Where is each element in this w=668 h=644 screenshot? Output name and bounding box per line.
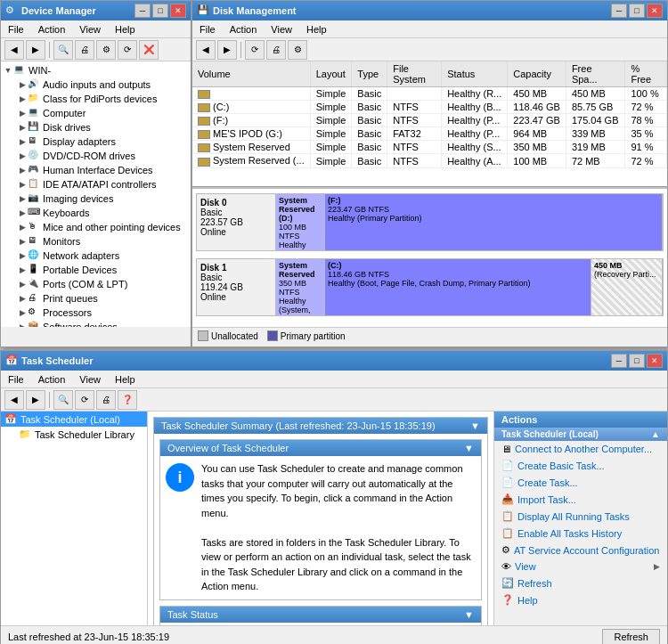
expand-icon[interactable]: ▶ — [17, 279, 28, 289]
expand-icon[interactable]: ▶ — [17, 293, 28, 304]
list-item[interactable]: ▶ 📁 Class for PdiPorts devices — [17, 92, 189, 106]
list-item[interactable]: ▶ 🔌 Ports (COM & LPT) — [17, 277, 189, 291]
ts-toolbar-fwd[interactable]: ▶ — [26, 390, 45, 410]
expand-icon[interactable]: ▶ — [17, 94, 28, 104]
ts-action-connect[interactable]: 🖥 Connect to Another Computer... — [494, 441, 667, 457]
list-item[interactable]: ▶ 🌐 Network adapters — [17, 249, 189, 263]
disk0-part-f[interactable]: (F:) 223.47 GB NTFS Healthy (Primary Par… — [325, 194, 663, 250]
expand-icon[interactable]: ▶ — [17, 208, 28, 218]
minimize-button[interactable]: ─ — [611, 4, 627, 18]
list-item[interactable]: ▶ 🎮 Human Interface Devices — [17, 163, 189, 177]
ts-connect-label[interactable]: Connect to Another Computer... — [515, 444, 652, 454]
col-capacity[interactable]: Capacity — [508, 61, 566, 87]
dm-toolbar-btn2[interactable]: ▶ — [26, 40, 45, 60]
expand-icon[interactable]: ▶ — [17, 222, 28, 232]
ts-action-at-service[interactable]: ⚙ AT Service Account Configuration — [494, 542, 667, 558]
expand-icon[interactable]: ▶ — [17, 307, 28, 318]
list-item[interactable]: ▶ 🖨 Print queues — [17, 291, 189, 306]
ts-enablehistory-label[interactable]: Enable All Tasks History — [517, 528, 622, 539]
ts-import-label[interactable]: Import Task... — [517, 494, 576, 505]
list-item[interactable]: ▶ 💻 Computer — [17, 106, 189, 120]
tree-expand-root[interactable]: ▼ — [3, 65, 13, 76]
ts-toolbar-btn1[interactable]: 🔍 — [53, 390, 73, 410]
disk0-part-sysreserved[interactable]: System Reserved (D:) 100 MB NTFS Healthy… — [276, 194, 325, 250]
table-row[interactable]: Simple Basic Healthy (R... 450 MB 450 MB… — [192, 87, 667, 101]
dkm-toolbar-fwd[interactable]: ▶ — [217, 40, 237, 60]
tree-root[interactable]: ▼ 💻 WIN- — [3, 63, 189, 77]
ts-refresh-button[interactable]: Refresh — [602, 629, 660, 644]
col-layout[interactable]: Layout — [310, 61, 352, 87]
list-item[interactable]: ▶ ⌨ Keyboards — [17, 206, 189, 220]
col-type[interactable]: Type — [352, 61, 387, 87]
dkm-toolbar-btn3[interactable]: ⚙ — [288, 40, 307, 60]
list-item[interactable]: ▶ 💿 DVD/CD-ROM drives — [17, 149, 189, 163]
expand-icon[interactable]: ▶ — [17, 151, 28, 161]
maximize-button[interactable]: □ — [152, 4, 168, 18]
dm-toolbar-btn4[interactable]: 🖨 — [75, 40, 94, 60]
col-fs[interactable]: File System — [387, 61, 442, 87]
expand-icon[interactable]: ▶ — [17, 136, 28, 147]
ts-create-label[interactable]: Create Task... — [517, 477, 578, 488]
col-volume[interactable]: Volume — [192, 61, 310, 87]
dm-toolbar-btn6[interactable]: ⟳ — [118, 40, 137, 60]
dm-toolbar-btn3[interactable]: 🔍 — [53, 40, 73, 60]
expand-icon[interactable]: ▶ — [17, 108, 28, 118]
ts-action-view[interactable]: 👁 View ▶ — [494, 558, 667, 575]
expand-icon[interactable]: ▶ — [17, 265, 28, 275]
list-item[interactable]: ▶ 📱 Portable Devices — [17, 263, 189, 277]
ts-toolbar-btn3[interactable]: 🖨 — [96, 390, 116, 410]
ts-sidebar-library[interactable]: 📁 Task Scheduler Library — [1, 427, 147, 442]
table-row[interactable]: System Reserved Simple Basic NTFS Health… — [192, 141, 667, 154]
list-item[interactable]: ▶ 🔊 Audio inputs and outputs — [17, 77, 189, 92]
disk1-part-recovery[interactable]: 450 MB (Recovery Parti... — [591, 259, 663, 315]
ts-menu-file[interactable]: File — [1, 373, 31, 386]
table-row[interactable]: (F:) Simple Basic NTFS Healthy (P... 223… — [192, 114, 667, 127]
expand-icon[interactable]: ▶ — [17, 179, 28, 190]
dkm-menu-help[interactable]: Help — [299, 23, 334, 36]
ts-maximize-button[interactable]: □ — [629, 354, 645, 368]
close-button[interactable]: ✕ — [170, 4, 186, 18]
table-row[interactable]: (C:) Simple Basic NTFS Healthy (B... 118… — [192, 101, 667, 114]
ts-toolbar-btn2[interactable]: ⟳ — [75, 390, 94, 410]
list-item[interactable]: ▶ 🖥 Display adapters — [17, 135, 189, 149]
maximize-button[interactable]: □ — [629, 4, 645, 18]
ts-action-create-basic[interactable]: 📄 Create Basic Task... — [494, 457, 667, 474]
expand-icon[interactable]: ▶ — [17, 250, 28, 261]
list-item[interactable]: ▶ 🖥 Monitors — [17, 234, 189, 249]
ts-action-import[interactable]: 📥 Import Task... — [494, 491, 667, 508]
list-item[interactable]: ▶ 📋 IDE ATA/ATAPI controllers — [17, 177, 189, 192]
expand-icon[interactable]: ▶ — [17, 79, 28, 90]
minimize-button[interactable]: ─ — [134, 4, 151, 18]
ts-summary-collapse[interactable]: ▼ — [470, 420, 480, 431]
dm-toolbar-btn5[interactable]: ⚙ — [96, 40, 116, 60]
ts-action-create[interactable]: 📄 Create Task... — [494, 474, 667, 491]
dkm-toolbar-btn2[interactable]: 🖨 — [266, 40, 286, 60]
ts-sidebar-local[interactable]: 📅 Task Scheduler (Local) — [1, 412, 147, 427]
list-item[interactable]: ▶ 💾 Disk drives — [17, 120, 189, 135]
ts-refresh-label[interactable]: Refresh — [517, 578, 552, 589]
dm-menu-view[interactable]: View — [72, 23, 108, 36]
dkm-menu-view[interactable]: View — [264, 23, 299, 36]
dkm-toolbar-btn1[interactable]: ⟳ — [245, 40, 265, 60]
ts-createbasic-label[interactable]: Create Basic Task... — [517, 461, 605, 471]
ts-displayall-label[interactable]: Display All Running Tasks — [517, 511, 630, 522]
dm-toolbar-btn1[interactable]: ◀ — [4, 40, 24, 60]
dkm-toolbar-back[interactable]: ◀ — [196, 40, 216, 60]
ts-close-button[interactable]: ✕ — [647, 354, 663, 368]
ts-action-refresh[interactable]: 🔄 Refresh — [494, 575, 667, 591]
dm-menu-help[interactable]: Help — [108, 23, 143, 36]
expand-icon[interactable]: ▶ — [17, 122, 28, 133]
expand-icon[interactable]: ▶ — [17, 165, 28, 175]
ts-minimize-button[interactable]: ─ — [611, 354, 627, 368]
ts-view-label[interactable]: View — [515, 561, 536, 572]
col-free[interactable]: Free Spa... — [566, 61, 625, 87]
dkm-menu-file[interactable]: File — [192, 23, 223, 36]
ts-help-label[interactable]: Help — [517, 595, 538, 606]
disk1-part-c[interactable]: (C:) 118.46 GB NTFS Healthy (Boot, Page … — [325, 259, 591, 315]
list-item[interactable]: ▶ 📷 Imaging devices — [17, 192, 189, 206]
ts-atservice-label[interactable]: AT Service Account Configuration — [514, 545, 659, 556]
dm-menu-file[interactable]: File — [1, 23, 31, 36]
list-item[interactable]: ▶ 🖱 Mice and other pointing devices — [17, 220, 189, 234]
col-status[interactable]: Status — [442, 61, 508, 87]
expand-icon[interactable]: ▶ — [17, 236, 28, 247]
